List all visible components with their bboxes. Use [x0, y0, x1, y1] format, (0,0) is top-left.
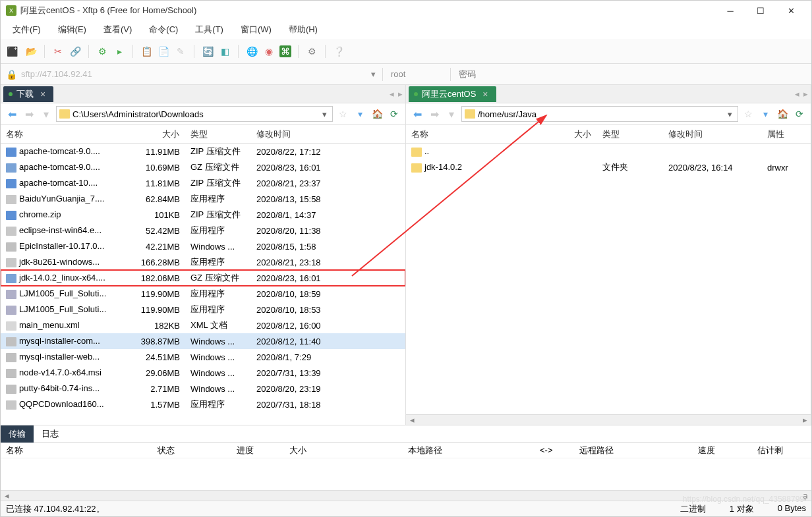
file-row[interactable]: apache-tomcat-9.0....11.91MBZIP 压缩文件2020… — [1, 144, 405, 159]
col-type[interactable]: 类型 — [597, 128, 663, 140]
tab-prev-icon[interactable]: ◂ — [390, 89, 394, 99]
col-attr[interactable]: 属性 — [762, 128, 811, 140]
menu-help[interactable]: 帮助(H) — [285, 21, 322, 38]
col-size[interactable]: 大小 — [126, 128, 185, 140]
refresh-icon[interactable]: ⟳ — [387, 107, 401, 121]
newfile-icon[interactable]: ▸ — [113, 45, 126, 58]
bookmark-icon[interactable]: ☆ — [335, 107, 350, 121]
address-dropdown[interactable]: ▾ — [368, 69, 378, 79]
local-file-list[interactable]: apache-tomcat-9.0....11.91MBZIP 压缩文件2020… — [1, 144, 405, 425]
scroll-right-icon[interactable]: ạ — [799, 491, 811, 501]
tcol-local[interactable]: 本地路径 — [403, 445, 535, 456]
tab-next-icon[interactable]: ▸ — [803, 89, 808, 99]
tcol-remote[interactable]: 远程路径 — [574, 445, 693, 456]
tab-prev-icon[interactable]: ◂ — [795, 89, 799, 99]
col-size[interactable]: 大小 — [558, 128, 597, 140]
file-row[interactable]: apache-tomcat-10....11.81MBZIP 压缩文件2020/… — [1, 175, 405, 191]
file-row[interactable]: eclipse-inst-win64.e...52.42MB应用程序2020/8… — [1, 223, 405, 238]
up-icon[interactable]: ▾ — [444, 107, 459, 121]
forward-icon[interactable]: ➡ — [427, 107, 442, 121]
tcol-eta[interactable]: 估计剩 — [752, 445, 811, 456]
reconnect-icon[interactable]: 🔗 — [69, 45, 82, 58]
forward-icon[interactable]: ➡ — [22, 107, 36, 121]
close-icon[interactable]: × — [482, 89, 488, 99]
home-icon[interactable]: 🏠 — [370, 107, 384, 121]
menu-window[interactable]: 窗口(W) — [237, 21, 276, 38]
remote-tab[interactable]: 阿里云centOS × — [409, 86, 496, 102]
log-tab[interactable]: 日志 — [34, 425, 67, 443]
edit-icon[interactable]: ✎ — [174, 45, 187, 58]
file-row[interactable]: chrome.zip101KBZIP 压缩文件2020/8/1, 14:37 — [1, 207, 405, 223]
open-icon[interactable]: 📂 — [24, 45, 38, 58]
scroll-left-icon[interactable]: ◂ — [406, 415, 418, 425]
dd-icon[interactable]: ▾ — [353, 107, 367, 121]
local-tab[interactable]: 下载 × — [3, 86, 53, 102]
menu-file[interactable]: 文件(F) — [9, 21, 45, 38]
refresh-icon[interactable]: ⟳ — [792, 107, 807, 121]
file-row[interactable]: BaiduYunGuanjia_7....62.84MB应用程序2020/8/1… — [1, 191, 405, 207]
address-input[interactable] — [21, 69, 364, 79]
compare-icon[interactable]: ◧ — [218, 45, 231, 58]
properties-icon[interactable]: ⚙ — [96, 45, 109, 58]
file-row[interactable]: apache-tomcat-9.0....10.69MBGZ 压缩文件2020/… — [1, 159, 405, 175]
file-row[interactable]: main_menu.xml182KBXML 文档2020/8/12, 16:00 — [1, 317, 405, 333]
swirl-icon[interactable]: ◉ — [262, 45, 276, 58]
tcol-speed[interactable]: 速度 — [693, 445, 752, 456]
password-input[interactable] — [455, 69, 806, 79]
minimize-button[interactable]: ─ — [715, 1, 745, 20]
tcol-name[interactable]: 名称 — [1, 445, 152, 456]
file-row[interactable]: jdk-8u261-windows...166.28MB应用程序2020/8/2… — [1, 254, 405, 270]
col-type[interactable]: 类型 — [185, 128, 251, 140]
tcol-progress[interactable]: 进度 — [231, 445, 284, 456]
menu-view[interactable]: 查看(V) — [100, 21, 136, 38]
shell-icon[interactable]: ⌘ — [279, 45, 291, 57]
remote-path-box[interactable]: /home/usr/Java ▾ — [461, 106, 738, 122]
tcol-status[interactable]: 状态 — [152, 445, 231, 456]
file-row[interactable]: mysql-installer-web...24.51MBWindows ...… — [1, 349, 405, 365]
file-row[interactable]: QQPCDownload160...1.57MB应用程序2020/7/31, 1… — [1, 396, 405, 412]
scroll-right-icon[interactable]: ▸ — [799, 415, 811, 425]
help-icon[interactable]: ❔ — [332, 45, 345, 58]
file-row[interactable]: LJM1005_Full_Soluti...119.90MB应用程序2020/8… — [1, 286, 405, 302]
chevron-down-icon[interactable]: ▾ — [320, 109, 330, 119]
bookmark-icon[interactable]: ☆ — [741, 107, 755, 121]
col-name[interactable]: 名称 — [1, 128, 126, 140]
up-icon[interactable]: ▾ — [39, 107, 53, 121]
new-session-icon[interactable]: ⬛+ — [7, 45, 20, 58]
file-row[interactable]: jdk-14.0.2文件夹2020/8/23, 16:14drwxr — [406, 159, 811, 175]
close-button[interactable]: ✕ — [776, 1, 806, 20]
sync-icon[interactable]: 🔄 — [201, 45, 214, 58]
paste-icon[interactable]: 📋 — [140, 45, 153, 58]
back-icon[interactable]: ⬅ — [410, 107, 424, 121]
col-name[interactable]: 名称 — [406, 128, 558, 140]
file-row[interactable]: node-v14.7.0-x64.msi29.06MBWindows ...20… — [1, 365, 405, 381]
col-mtime[interactable]: 修改时间 — [251, 128, 405, 140]
file-row[interactable]: jdk-14.0.2_linux-x64....182.06MBGZ 压缩文件2… — [1, 270, 405, 286]
transfer-tab[interactable]: 传输 — [1, 425, 34, 443]
menu-tools[interactable]: 工具(T) — [191, 21, 227, 38]
file-row[interactable]: putty-64bit-0.74-ins...2.71MBWindows ...… — [1, 381, 405, 396]
file-row[interactable]: EpicInstaller-10.17.0...42.21MBWindows .… — [1, 238, 405, 254]
remote-file-list[interactable]: ..jdk-14.0.2文件夹2020/8/23, 16:14drwxr — [406, 144, 811, 414]
file-row[interactable]: LJM1005_Full_Soluti...119.90MB应用程序2020/8… — [1, 302, 405, 317]
close-icon[interactable]: × — [40, 89, 45, 99]
scroll-left-icon[interactable]: ◂ — [1, 491, 13, 501]
menu-command[interactable]: 命令(C) — [145, 21, 182, 38]
local-path-box[interactable]: C:\Users\Administrator\Downloads ▾ — [56, 106, 333, 122]
tab-next-icon[interactable]: ▸ — [398, 89, 403, 99]
remote-hscroll[interactable]: ◂ ▸ — [406, 414, 811, 425]
tcol-size[interactable]: 大小 — [284, 445, 403, 456]
file-row[interactable]: mysql-installer-com...398.87MBWindows ..… — [1, 333, 405, 349]
file-row[interactable]: .. — [406, 144, 811, 159]
tcol-dir[interactable]: <-> — [535, 445, 574, 455]
options-icon[interactable]: ⚙ — [305, 45, 318, 58]
back-icon[interactable]: ⬅ — [5, 107, 19, 121]
dd-icon[interactable]: ▾ — [758, 107, 772, 121]
chevron-down-icon[interactable]: ▾ — [725, 109, 735, 119]
copy-icon[interactable]: 📄 — [157, 45, 170, 58]
col-mtime[interactable]: 修改时间 — [663, 128, 762, 140]
maximize-button[interactable]: ☐ — [745, 1, 776, 20]
globe-icon[interactable]: 🌐 — [245, 45, 258, 58]
home-icon[interactable]: 🏠 — [775, 107, 790, 121]
disconnect-icon[interactable]: ✂ — [51, 45, 65, 58]
